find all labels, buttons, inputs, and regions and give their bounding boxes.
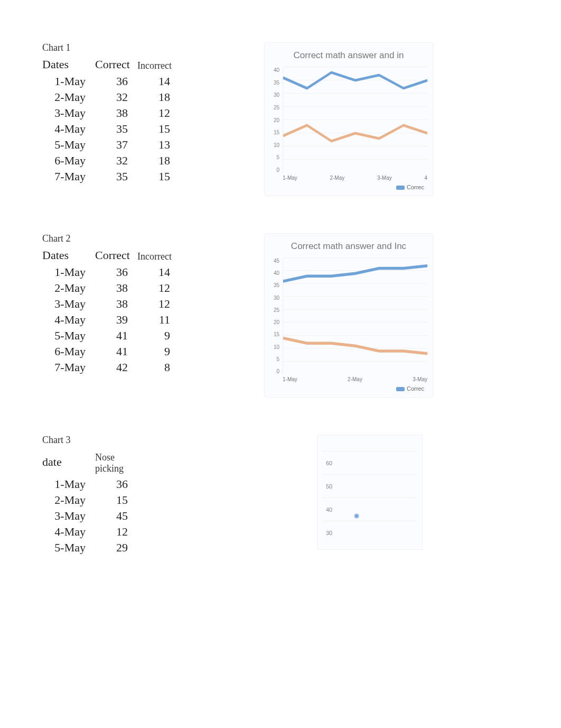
chart-2-lines <box>283 258 427 374</box>
table-row: 4-May3911 <box>42 312 180 328</box>
chart-1-header-incorrect: Incorrect <box>137 57 180 73</box>
chart-1-heading: Chart 1 <box>42 42 264 53</box>
chart-1-plot: Correct math answer and in 0 5 10 15 20 … <box>264 42 433 196</box>
chart-2-series-correct <box>283 266 427 281</box>
chart-3-ytick: 30 <box>323 521 417 544</box>
table-row: 1-May36 <box>42 476 137 492</box>
table-row: 3-May45 <box>42 508 137 524</box>
table-row: 5-May29 <box>42 540 137 556</box>
chart-2-xaxis: 1-May 2-May 3-May <box>270 376 427 382</box>
table-row: 2-May3812 <box>42 280 180 296</box>
chart-2-header-incorrect: Incorrect <box>137 247 180 264</box>
table-row: 1-May3614 <box>42 264 180 280</box>
chart-3-ytick: 50 <box>323 474 417 497</box>
chart-2-header-dates: Dates <box>42 247 95 264</box>
chart-3-header-nosepicking: Nose picking <box>95 449 137 476</box>
table-row: 2-May3218 <box>42 89 180 105</box>
chart-1-title: Correct math answer and in <box>270 50 427 61</box>
chart-1-header-correct: Correct <box>95 57 137 73</box>
chart-1-lines <box>283 67 427 173</box>
chart-3-ytick: 40 <box>323 497 417 521</box>
chart-1-table: Dates Correct Incorrect 1-May3614 2-May3… <box>42 57 180 185</box>
chart-2-series-incorrect <box>283 338 427 354</box>
chart-1-legend: Correc <box>270 184 427 190</box>
table-row: 4-May3515 <box>42 121 180 137</box>
table-row: 3-May3812 <box>42 105 180 121</box>
chart-2-yaxis: 0 5 10 15 20 25 30 35 40 45 <box>270 258 283 374</box>
table-row: 7-May428 <box>42 360 180 375</box>
chart-3-heading: Chart 3 <box>42 435 264 446</box>
chart-1-xaxis: 1-May 2-May 3-May 4 <box>270 175 427 181</box>
chart-1-yaxis: 0 5 10 15 20 25 30 35 40 <box>270 67 283 173</box>
chart-2-plot-area <box>283 258 427 374</box>
table-row: 2-May15 <box>42 492 137 508</box>
chart-2-table: Dates Correct Incorrect 1-May3614 2-May3… <box>42 247 180 375</box>
chart-2-heading: Chart 2 <box>42 233 264 244</box>
chart-3-section: Chart 3 date Nose picking 1-May36 2-May1… <box>42 435 561 556</box>
table-row: 6-May3218 <box>42 153 180 169</box>
table-row: 5-May419 <box>42 328 180 344</box>
chart-2-header-correct: Correct <box>95 247 137 264</box>
chart-3-header-date: date <box>42 449 95 476</box>
table-row: 7-May3515 <box>42 169 180 185</box>
chart-1-series-correct <box>283 72 427 88</box>
chart-3-plot: 60 50 40 30 <box>317 435 423 550</box>
chart-3-ytick: 60 <box>323 451 417 474</box>
table-row: 4-May12 <box>42 524 137 540</box>
chart-2-section: Chart 2 Dates Correct Incorrect 1-May361… <box>42 233 561 398</box>
chart-3-datapoint-icon <box>354 514 359 518</box>
legend-swatch-icon <box>396 387 405 391</box>
chart-1-series-incorrect <box>283 125 427 141</box>
table-row: 1-May3614 <box>42 73 180 89</box>
legend-swatch-icon <box>396 186 405 190</box>
table-row: 3-May3812 <box>42 296 180 312</box>
chart-1-plot-area <box>283 67 427 173</box>
chart-1-section: Chart 1 Dates Correct Incorrect 1-May361… <box>42 42 561 196</box>
chart-2-plot: Correct math answer and Inc 0 5 10 15 20… <box>264 233 433 398</box>
chart-3-table: date Nose picking 1-May36 2-May15 3-May4… <box>42 449 137 556</box>
table-row: 6-May419 <box>42 344 180 360</box>
chart-2-legend: Correc <box>270 385 427 392</box>
table-row: 5-May3713 <box>42 137 180 153</box>
chart-2-title: Correct math answer and Inc <box>270 241 427 252</box>
chart-1-header-dates: Dates <box>42 57 95 73</box>
